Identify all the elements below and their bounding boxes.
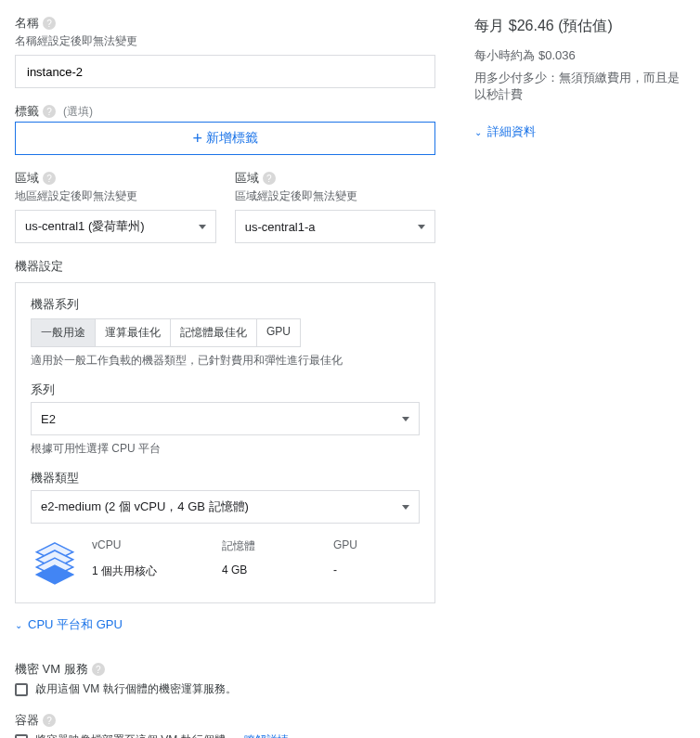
help-icon[interactable]: ?: [43, 17, 56, 30]
help-icon[interactable]: ?: [43, 172, 56, 185]
mem-header: 記憶體: [222, 538, 315, 554]
region-zone-row: 區域 ? 地區經設定後即無法變更 us-central1 (愛荷華州) 區域 ?…: [15, 170, 435, 243]
region-group: 區域 ? 地區經設定後即無法變更 us-central1 (愛荷華州): [15, 170, 216, 243]
container-checkbox[interactable]: [15, 734, 28, 739]
container-learn-more-link[interactable]: 瞭解詳情: [244, 732, 289, 738]
cpu-stack-icon: [31, 538, 79, 589]
chevron-down-icon: ⌄: [474, 127, 482, 137]
tab-memory[interactable]: 記憶體最佳化: [171, 319, 257, 346]
name-helper: 名稱經設定後即無法變更: [15, 33, 435, 49]
family-label: 機器系列: [31, 296, 420, 313]
chevron-down-icon: [402, 505, 409, 510]
add-label-text: 新增標籤: [206, 130, 258, 147]
form-panel: 名稱 ? 名稱經設定後即無法變更 標籤 ? (選填) + 新增標籤 區域: [15, 15, 435, 738]
type-label: 機器類型: [31, 470, 420, 486]
gpu-value: -: [333, 563, 408, 579]
cpu-gpu-label: CPU 平台和 GPU: [28, 616, 123, 633]
vcpu-header: vCPU: [92, 538, 203, 554]
cpu-gpu-expander[interactable]: ⌄ CPU 平台和 GPU: [15, 616, 123, 633]
help-icon[interactable]: ?: [263, 172, 276, 185]
confidential-text: 啟用這個 VM 執行個體的機密運算服務。: [35, 681, 237, 697]
machine-config-label: 機器設定: [15, 258, 435, 275]
machine-config-group: 機器設定 機器系列 一般用途 運算最佳化 記憶體最佳化 GPU 適用於一般工作負…: [15, 258, 435, 646]
help-icon[interactable]: ?: [92, 663, 105, 676]
series-value: E2: [41, 412, 56, 426]
tab-description: 適用於一般工作負載的機器類型，已針對費用和彈性進行最佳化: [31, 353, 420, 369]
add-label-button[interactable]: + 新增標籤: [15, 122, 435, 155]
plus-icon: +: [192, 129, 202, 149]
chevron-down-icon: [199, 225, 206, 229]
chevron-down-icon: ⌄: [15, 620, 22, 630]
machine-config-card: 機器系列 一般用途 運算最佳化 記憶體最佳化 GPU 適用於一般工作負載的機器類…: [15, 282, 435, 603]
monthly-price: 每月 $26.46 (預估值): [474, 17, 685, 36]
container-text: 將容器映像檔部署至這個 VM 執行個體。: [35, 732, 237, 738]
zone-select[interactable]: us-central1-a: [235, 210, 436, 243]
confidential-vm-group: 機密 VM 服務 ? 啟用這個 VM 執行個體的機密運算服務。: [15, 661, 435, 697]
mem-value: 4 GB: [222, 563, 315, 579]
family-tabs: 一般用途 運算最佳化 記憶體最佳化 GPU: [31, 318, 301, 347]
zone-group: 區域 ? 區域經設定後即無法變更 us-central1-a: [235, 170, 436, 243]
pricing-panel: 每月 $26.46 (預估值) 每小時約為 $0.036 用多少付多少：無須預繳…: [474, 15, 685, 738]
gpu-header: GPU: [333, 538, 408, 554]
tab-gpu[interactable]: GPU: [257, 319, 300, 346]
tab-compute[interactable]: 運算最佳化: [96, 319, 171, 346]
pricing-details-label: 詳細資料: [487, 123, 536, 140]
help-icon[interactable]: ?: [43, 714, 56, 727]
region-select[interactable]: us-central1 (愛荷華州): [15, 210, 216, 243]
labels-group: 標籤 ? (選填) + 新增標籤: [15, 103, 435, 155]
confidential-checkbox[interactable]: [15, 683, 28, 696]
labels-label: 標籤: [15, 103, 39, 120]
labels-optional: (選填): [63, 104, 93, 120]
confidential-label: 機密 VM 服務: [15, 661, 88, 678]
vcpu-value: 1 個共用核心: [92, 563, 203, 579]
name-group: 名稱 ? 名稱經設定後即無法變更: [15, 15, 435, 88]
chevron-down-icon: [402, 417, 409, 421]
help-icon[interactable]: ?: [43, 105, 56, 118]
zone-helper: 區域經設定後即無法變更: [235, 188, 436, 204]
payg-text: 用多少付多少：無須預繳費用，而且是以秒計費: [474, 70, 685, 103]
series-select[interactable]: E2: [31, 402, 420, 435]
container-label: 容器: [15, 712, 39, 729]
type-value: e2-medium (2 個 vCPU，4 GB 記憶體): [41, 498, 249, 515]
spec-row: vCPU 記憶體 GPU 1 個共用核心 4 GB -: [31, 538, 420, 589]
region-helper: 地區經設定後即無法變更: [15, 188, 216, 204]
series-helper: 根據可用性選擇 CPU 平台: [31, 441, 420, 457]
tab-general[interactable]: 一般用途: [32, 319, 96, 346]
chevron-down-icon: [418, 225, 425, 229]
hourly-price: 每小時約為 $0.036: [474, 47, 685, 64]
region-value: us-central1 (愛荷華州): [25, 218, 145, 235]
spec-grid: vCPU 記憶體 GPU 1 個共用核心 4 GB -: [92, 538, 408, 579]
name-label: 名稱: [15, 15, 39, 32]
type-select[interactable]: e2-medium (2 個 vCPU，4 GB 記憶體): [31, 490, 420, 524]
series-label: 系列: [31, 382, 420, 398]
pricing-details-expander[interactable]: ⌄ 詳細資料: [474, 123, 536, 140]
zone-value: us-central1-a: [245, 220, 316, 234]
region-label: 區域: [15, 170, 39, 187]
name-input[interactable]: [15, 55, 435, 88]
zone-label: 區域: [235, 170, 259, 187]
container-group: 容器 ? 將容器映像檔部署至這個 VM 執行個體。 瞭解詳情: [15, 712, 435, 738]
